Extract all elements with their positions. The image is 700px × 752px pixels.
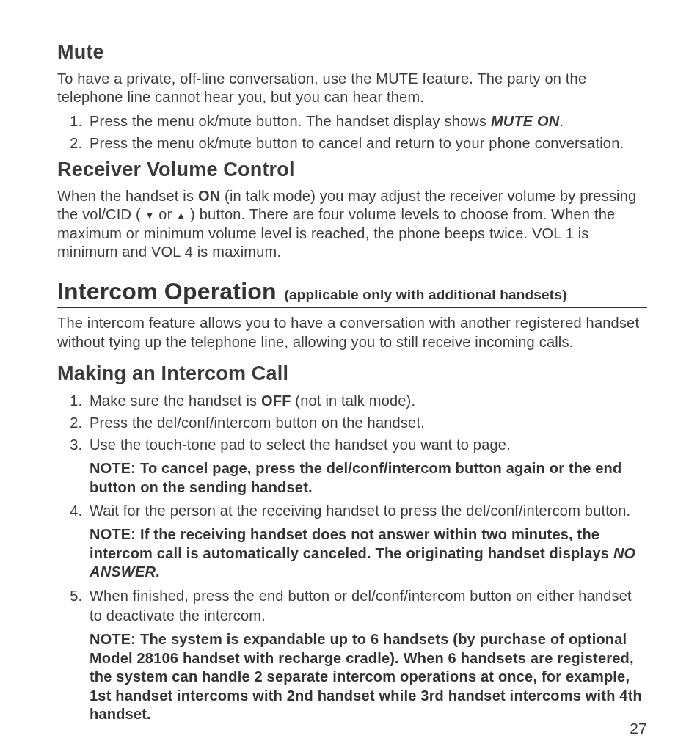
rvc-paragraph: When the handset is ON (in talk mode) yo… <box>57 187 647 262</box>
manual-page: Mute To have a private, off-line convers… <box>0 0 700 752</box>
heading-making-intercom-call: Making an Intercom Call <box>57 362 647 387</box>
making-step-3: Use the touch-tone pad to select the han… <box>87 435 647 455</box>
mute-on-label: MUTE ON <box>491 113 560 129</box>
heading-receiver-volume: Receiver Volume Control <box>57 158 647 183</box>
mute-intro: To have a private, off-line conversation… <box>57 70 647 107</box>
text: or <box>155 206 177 222</box>
note-no-answer: NOTE: If the receiving handset does not … <box>90 525 647 582</box>
text: (not in talk mode). <box>291 393 416 409</box>
intercom-intro: The intercom feature allows you to have … <box>57 314 647 351</box>
arrow-down-icon: ▼ <box>145 210 155 222</box>
making-step-1: Make sure the handset is OFF (not in tal… <box>87 391 647 411</box>
text: Press the menu ok/mute button. The hands… <box>90 113 491 129</box>
text: NOTE: If the receiving handset does not … <box>90 526 613 561</box>
heading-mute: Mute <box>57 40 647 65</box>
making-step-2: Press the del/conf/intercom button on th… <box>87 413 647 433</box>
text: . <box>156 563 160 580</box>
text: . <box>560 113 564 129</box>
mute-steps: Press the menu ok/mute button. The hands… <box>57 112 647 153</box>
making-steps-4: Wait for the person at the receiving han… <box>57 501 647 521</box>
mute-step-2: Press the menu ok/mute button to cancel … <box>87 134 647 153</box>
note-expandable-system: NOTE: The system is expandable up to 6 h… <box>90 630 647 724</box>
text: Make sure the handset is <box>90 393 261 409</box>
page-number: 27 <box>630 720 647 737</box>
heading-intercom-title: Intercom Operation <box>57 278 277 304</box>
heading-intercom-operation: Intercom Operation (applicable only with… <box>57 278 647 308</box>
mute-step-1: Press the menu ok/mute button. The hands… <box>87 112 647 131</box>
heading-intercom-subtitle: (applicable only with additional handset… <box>284 287 566 302</box>
making-step-5: When finished, press the end button or d… <box>87 586 647 626</box>
making-steps-1-3: Make sure the handset is OFF (not in tal… <box>57 391 647 455</box>
making-steps-5: When finished, press the end button or d… <box>57 586 647 626</box>
text: When the handset is <box>57 188 198 204</box>
note-cancel-page: NOTE: To cancel page, press the del/conf… <box>90 459 647 497</box>
on-label: ON <box>198 188 220 204</box>
arrow-up-icon: ▲ <box>176 210 186 222</box>
making-step-4: Wait for the person at the receiving han… <box>87 501 647 521</box>
off-label: OFF <box>261 393 291 409</box>
